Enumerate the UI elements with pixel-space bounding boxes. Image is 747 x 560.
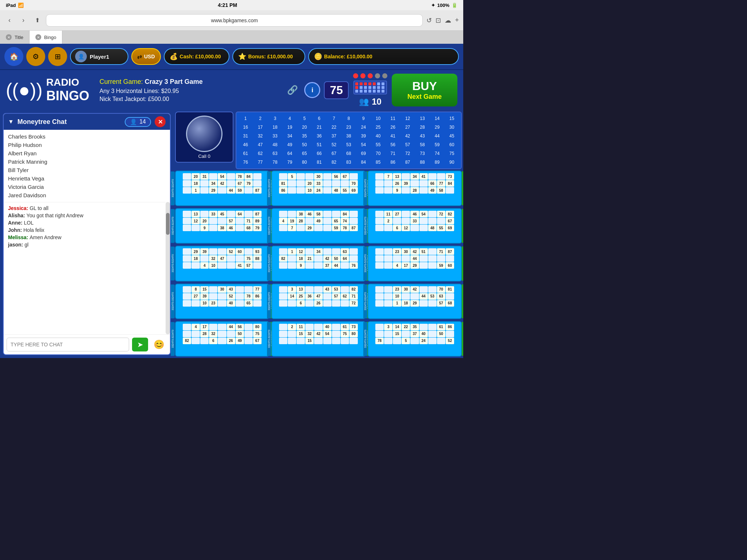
card-cell: 54 [218,173,226,180]
url-bar[interactable]: www.bpkgames.com [46,14,423,27]
card-cell [323,293,332,300]
chat-send-button[interactable]: ➤ [132,338,148,351]
card-cell: 70 [349,180,358,187]
currency-button[interactable]: ⇄ USD [131,48,161,65]
bingo-card[interactable]: 3324T0-5224T0BOUGHT112346382182142506493… [271,246,365,281]
back-button[interactable]: ‹ [4,15,15,26]
bingo-card[interactable]: 3324T0-5224T0BOUGHT233042517187444172959… [368,246,462,281]
card-cell: 58 [437,187,445,194]
chat-input[interactable] [7,338,129,351]
card-cell [279,225,287,231]
card-cell [428,262,437,269]
card-grid: 23304251718744417295960 [369,248,460,269]
card-cell: 45 [218,211,226,217]
bingo-card[interactable]: 3324T0-3224T0BOUGHT713344173263966778492… [368,171,462,206]
card-cell [288,338,296,344]
card-cell: 28 [200,331,209,337]
bingo-card[interactable]: 3324T0-3224T0BOUGHT384658844192849657472… [271,208,365,244]
message-sender: Anne: [8,220,24,226]
chat-scroll-thumb[interactable] [166,213,170,235]
buy-button[interactable]: BUY Next Game [392,74,457,106]
chat-dropdown-arrow[interactable]: ▼ [8,118,14,125]
bought-label: BOUGHT [462,171,463,205]
bingo-card[interactable]: 3324T0-3224T0BOUGHT417445680283250758262… [175,321,269,357]
card-cell [183,293,191,300]
card-cell [183,331,191,337]
number-grid-cell: 67 [327,149,341,158]
dot-4 [375,73,380,78]
reload-button[interactable]: ↺ [426,16,432,24]
number-grid-cell: 89 [430,158,444,166]
cloud-button[interactable]: ☁ [445,16,451,24]
share-button[interactable]: ⬆ [32,15,42,26]
link-button[interactable]: 🔗 [285,82,301,98]
chat-scrollbar[interactable] [166,202,170,334]
current-game-value: Crazy 3 Part Game [145,78,203,85]
bingo-card[interactable]: 3324T0-3224T0BOUGHT203154788418344267791… [175,171,269,206]
chat-close-button[interactable]: ✕ [155,116,166,127]
bingo-card[interactable]: 3324T0-3324T0BOUGHT233042708110445363118… [368,284,462,319]
info-button[interactable]: i [304,82,320,98]
card-cell: 66 [428,180,437,187]
card-cell: 59 [332,225,340,231]
new-tab-button[interactable]: + [455,16,459,24]
forward-button[interactable]: › [18,15,28,26]
number-grid-cell: 86 [386,158,400,166]
tab-title[interactable]: ✕ Title [0,31,30,44]
card-cell [200,211,209,217]
tab-bingo[interactable]: ✕ Bingo [30,31,62,44]
number-grid-cell: 61 [239,149,252,158]
number-grid-cell: 3 [268,114,282,122]
bingo-card[interactable]: 3324T0-3224T0BOUGHT314223561861537405078… [368,321,462,357]
card-cell [428,300,437,307]
card-cell: 3 [384,324,392,330]
card-cell [305,218,314,224]
chat-user: Albert Ryan [8,149,166,157]
card-cell: 42 [410,286,419,293]
current-game-label: Current Game: [100,78,145,85]
bingo-card[interactable]: 3324T0-3224T0BOUGHT530566781203370861024… [271,171,365,206]
card-cell [384,248,392,255]
bingo-card[interactable]: 3324T0-3224T0BOUGHT133345648712205771899… [175,208,269,244]
card-cell [349,255,358,262]
number-grid-cell: 60 [445,141,459,149]
home-button[interactable]: 🏠 [4,47,23,66]
reader-button[interactable]: ⊡ [436,16,441,24]
card-cell: 57 [227,218,235,224]
card-cell [236,255,244,262]
settings-button[interactable]: ⚙ [26,47,45,66]
card-cell [419,286,428,293]
bingo-card[interactable]: 3324T0-3324T0BOUGHT815304377273952788610… [175,284,269,319]
card-cell: 42 [410,248,419,255]
card-cell [288,255,296,262]
chat-panel: ▼ Moneytree Chat 👤 14 ✕ Charles BrooksPh… [3,113,171,355]
tab-bingo-close[interactable]: ✕ [35,34,41,40]
card-cell: 4 [191,324,200,330]
card-cell: 52 [227,248,235,255]
card-cell: 33 [209,211,217,217]
number-grid-cell: 83 [342,158,356,166]
card-cell [227,262,235,269]
game-details: Current Game: Crazy 3 Part Game Any 3 Ho… [94,78,280,102]
card-cell: 43 [323,286,332,293]
card-cell [446,331,454,337]
card-cell: 44 [332,262,340,269]
bingo-card[interactable]: 3324T0-3224T0BOUGHT211406173153242547580… [271,321,365,357]
card-cell: 40 [419,331,428,337]
bingo-card[interactable]: 3324T0-3324T0BOUGHT313435382142536475762… [271,284,365,319]
card-cell [402,211,410,217]
tab-title-close[interactable]: ✕ [6,34,12,40]
number-grid-cell: 12 [400,114,414,122]
card-cell [402,187,410,194]
card-cell [402,331,410,337]
bingo-card[interactable]: 3324T0-3224T0BOUGHT112746547282233676124… [368,208,462,244]
chat-emoji-button[interactable]: 😊 [151,338,167,351]
chat-user: Charles Brooks [8,133,166,140]
layout-button[interactable]: ⊞ [48,47,67,66]
card-cell: 84 [446,180,454,187]
card-cell: 7 [288,225,296,231]
card-id-label: 3324T0-3224T0 [267,322,271,356]
number-grid-cell: 16 [239,123,252,131]
card-cell: 10 [305,187,314,194]
bingo-card[interactable]: 3324T0-5224T0BOUGHT293952609318324775884… [175,246,269,281]
